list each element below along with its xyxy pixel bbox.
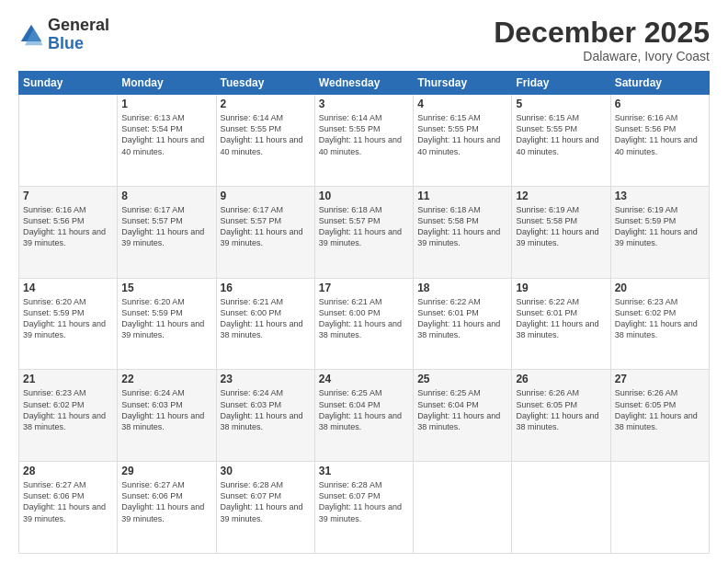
calendar-cell: 13Sunrise: 6:19 AMSunset: 5:59 PMDayligh… <box>610 186 709 278</box>
day-number: 27 <box>615 373 705 385</box>
cell-info: Sunrise: 6:26 AMSunset: 6:05 PMDaylight:… <box>516 387 606 432</box>
calendar-cell: 24Sunrise: 6:25 AMSunset: 6:04 PMDayligh… <box>314 370 413 462</box>
cell-info: Sunrise: 6:14 AMSunset: 5:55 PMDaylight:… <box>221 112 311 157</box>
calendar-cell: 16Sunrise: 6:21 AMSunset: 6:00 PMDayligh… <box>216 278 314 370</box>
calendar-cell: 15Sunrise: 6:20 AMSunset: 5:59 PMDayligh… <box>118 278 216 370</box>
cell-info: Sunrise: 6:22 AMSunset: 6:01 PMDaylight:… <box>516 296 606 341</box>
calendar-cell: 3Sunrise: 6:14 AMSunset: 5:55 PMDaylight… <box>314 95 413 187</box>
calendar-cell: 10Sunrise: 6:18 AMSunset: 5:57 PMDayligh… <box>314 186 413 278</box>
calendar-cell: 31Sunrise: 6:28 AMSunset: 6:07 PMDayligh… <box>314 462 413 554</box>
cell-info: Sunrise: 6:27 AMSunset: 6:06 PMDaylight:… <box>23 479 113 524</box>
calendar-cell: 8Sunrise: 6:17 AMSunset: 5:57 PMDaylight… <box>118 186 216 278</box>
calendar-cell <box>19 95 118 187</box>
calendar-cell: 22Sunrise: 6:24 AMSunset: 6:03 PMDayligh… <box>118 370 216 462</box>
day-number: 9 <box>221 190 311 202</box>
cell-info: Sunrise: 6:16 AMSunset: 5:56 PMDaylight:… <box>23 204 113 249</box>
day-number: 30 <box>221 465 311 477</box>
calendar-cell: 18Sunrise: 6:22 AMSunset: 6:01 PMDayligh… <box>414 278 512 370</box>
cell-info: Sunrise: 6:17 AMSunset: 5:57 PMDaylight:… <box>221 204 311 249</box>
calendar-cell: 25Sunrise: 6:25 AMSunset: 6:04 PMDayligh… <box>414 370 512 462</box>
cell-info: Sunrise: 6:21 AMSunset: 6:00 PMDaylight:… <box>221 296 311 341</box>
calendar-cell: 14Sunrise: 6:20 AMSunset: 5:59 PMDayligh… <box>19 278 118 370</box>
calendar-cell: 1Sunrise: 6:13 AMSunset: 5:54 PMDaylight… <box>118 95 216 187</box>
cell-info: Sunrise: 6:15 AMSunset: 5:55 PMDaylight:… <box>417 112 507 157</box>
day-number: 10 <box>319 190 409 202</box>
day-number: 21 <box>23 373 113 385</box>
day-number: 19 <box>516 282 606 294</box>
calendar-cell: 17Sunrise: 6:21 AMSunset: 6:00 PMDayligh… <box>314 278 413 370</box>
header: General Blue December 2025 Dalaware, Ivo… <box>18 17 710 63</box>
calendar-table: SundayMondayTuesdayWednesdayThursdayFrid… <box>18 71 710 554</box>
calendar-cell: 27Sunrise: 6:26 AMSunset: 6:05 PMDayligh… <box>610 370 709 462</box>
calendar-day-header: Friday <box>512 72 610 95</box>
cell-info: Sunrise: 6:22 AMSunset: 6:01 PMDaylight:… <box>417 296 507 341</box>
calendar-week-row: 21Sunrise: 6:23 AMSunset: 6:02 PMDayligh… <box>19 370 710 462</box>
cell-info: Sunrise: 6:14 AMSunset: 5:55 PMDaylight:… <box>319 112 409 157</box>
day-number: 8 <box>121 190 211 202</box>
day-number: 13 <box>615 190 705 202</box>
day-number: 7 <box>23 190 113 202</box>
cell-info: Sunrise: 6:20 AMSunset: 5:59 PMDaylight:… <box>121 296 211 341</box>
day-number: 4 <box>417 98 507 110</box>
calendar-cell: 19Sunrise: 6:22 AMSunset: 6:01 PMDayligh… <box>512 278 610 370</box>
calendar-header-row: SundayMondayTuesdayWednesdayThursdayFrid… <box>19 72 710 95</box>
calendar-cell: 21Sunrise: 6:23 AMSunset: 6:02 PMDayligh… <box>19 370 118 462</box>
calendar-day-header: Tuesday <box>216 72 314 95</box>
calendar-day-header: Saturday <box>610 72 709 95</box>
day-number: 29 <box>121 465 211 477</box>
calendar-week-row: 28Sunrise: 6:27 AMSunset: 6:06 PMDayligh… <box>19 462 710 554</box>
calendar-cell: 29Sunrise: 6:27 AMSunset: 6:06 PMDayligh… <box>118 462 216 554</box>
day-number: 23 <box>221 373 311 385</box>
day-number: 3 <box>319 98 409 110</box>
cell-info: Sunrise: 6:18 AMSunset: 5:57 PMDaylight:… <box>319 204 409 249</box>
day-number: 26 <box>516 373 606 385</box>
day-number: 24 <box>319 373 409 385</box>
cell-info: Sunrise: 6:15 AMSunset: 5:55 PMDaylight:… <box>516 112 606 157</box>
calendar-week-row: 1Sunrise: 6:13 AMSunset: 5:54 PMDaylight… <box>19 95 710 187</box>
calendar-day-header: Wednesday <box>314 72 413 95</box>
page: General Blue December 2025 Dalaware, Ivo… <box>0 0 728 563</box>
cell-info: Sunrise: 6:13 AMSunset: 5:54 PMDaylight:… <box>121 112 211 157</box>
logo-icon <box>18 22 44 48</box>
cell-info: Sunrise: 6:16 AMSunset: 5:56 PMDaylight:… <box>615 112 705 157</box>
day-number: 31 <box>319 465 409 477</box>
calendar-cell: 5Sunrise: 6:15 AMSunset: 5:55 PMDaylight… <box>512 95 610 187</box>
logo-text: General Blue <box>48 17 109 53</box>
calendar-cell: 20Sunrise: 6:23 AMSunset: 6:02 PMDayligh… <box>610 278 709 370</box>
calendar-cell: 9Sunrise: 6:17 AMSunset: 5:57 PMDaylight… <box>216 186 314 278</box>
cell-info: Sunrise: 6:24 AMSunset: 6:03 PMDaylight:… <box>221 387 311 432</box>
cell-info: Sunrise: 6:19 AMSunset: 5:59 PMDaylight:… <box>615 204 705 249</box>
cell-info: Sunrise: 6:27 AMSunset: 6:06 PMDaylight:… <box>121 479 211 524</box>
cell-info: Sunrise: 6:24 AMSunset: 6:03 PMDaylight:… <box>121 387 211 432</box>
day-number: 16 <box>221 282 311 294</box>
calendar-day-header: Monday <box>118 72 216 95</box>
cell-info: Sunrise: 6:25 AMSunset: 6:04 PMDaylight:… <box>417 387 507 432</box>
day-number: 20 <box>615 282 705 294</box>
calendar-day-header: Sunday <box>19 72 118 95</box>
cell-info: Sunrise: 6:28 AMSunset: 6:07 PMDaylight:… <box>221 479 311 524</box>
day-number: 14 <box>23 282 113 294</box>
calendar-cell: 11Sunrise: 6:18 AMSunset: 5:58 PMDayligh… <box>414 186 512 278</box>
logo: General Blue <box>18 17 109 53</box>
day-number: 15 <box>121 282 211 294</box>
cell-info: Sunrise: 6:21 AMSunset: 6:00 PMDaylight:… <box>319 296 409 341</box>
calendar-cell: 30Sunrise: 6:28 AMSunset: 6:07 PMDayligh… <box>216 462 314 554</box>
cell-info: Sunrise: 6:19 AMSunset: 5:58 PMDaylight:… <box>516 204 606 249</box>
day-number: 22 <box>121 373 211 385</box>
cell-info: Sunrise: 6:23 AMSunset: 6:02 PMDaylight:… <box>615 296 705 341</box>
subtitle: Dalaware, Ivory Coast <box>494 49 710 63</box>
calendar-cell <box>512 462 610 554</box>
day-number: 25 <box>417 373 507 385</box>
day-number: 28 <box>23 465 113 477</box>
cell-info: Sunrise: 6:20 AMSunset: 5:59 PMDaylight:… <box>23 296 113 341</box>
calendar-cell: 6Sunrise: 6:16 AMSunset: 5:56 PMDaylight… <box>610 95 709 187</box>
calendar-cell: 2Sunrise: 6:14 AMSunset: 5:55 PMDaylight… <box>216 95 314 187</box>
cell-info: Sunrise: 6:18 AMSunset: 5:58 PMDaylight:… <box>417 204 507 249</box>
calendar-cell: 23Sunrise: 6:24 AMSunset: 6:03 PMDayligh… <box>216 370 314 462</box>
day-number: 17 <box>319 282 409 294</box>
day-number: 11 <box>417 190 507 202</box>
calendar-cell: 4Sunrise: 6:15 AMSunset: 5:55 PMDaylight… <box>414 95 512 187</box>
cell-info: Sunrise: 6:25 AMSunset: 6:04 PMDaylight:… <box>319 387 409 432</box>
cell-info: Sunrise: 6:23 AMSunset: 6:02 PMDaylight:… <box>23 387 113 432</box>
title-area: December 2025 Dalaware, Ivory Coast <box>494 17 710 63</box>
